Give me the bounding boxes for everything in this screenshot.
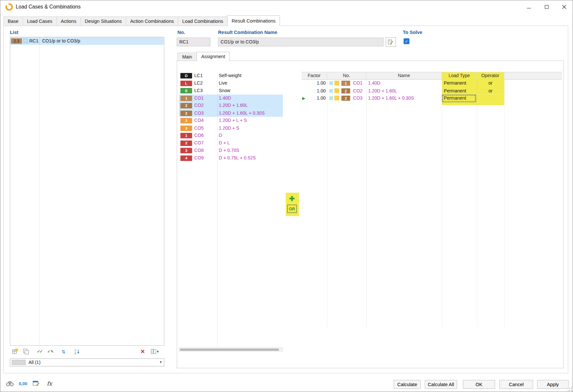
window-title: Load Cases & Combinations: [16, 4, 81, 9]
to-assign-row-lc3[interactable]: SLC3Snow: [179, 87, 283, 94]
close-button[interactable]: [555, 0, 573, 13]
to-assign-row-lc1[interactable]: DLC1Self-weight: [179, 72, 283, 79]
load-id: CO1: [194, 94, 204, 102]
column-header-factor[interactable]: Factor: [302, 72, 327, 79]
operator-cell[interactable]: [477, 94, 504, 102]
operator-cell[interactable]: or: [477, 87, 504, 94]
load-type-cell[interactable]: Permanent: [442, 94, 477, 102]
tab-load-cases[interactable]: Load Cases: [23, 16, 57, 26]
load-type-editor[interactable]: Permanent: [442, 94, 476, 102]
or-operator-button[interactable]: OR: [287, 205, 297, 213]
stage: Load Cases & Combinations BaseLoad Cases…: [0, 0, 573, 392]
to-assign-row-co7[interactable]: 2CO7D + L: [179, 139, 283, 147]
renumber-button[interactable]: [60, 348, 68, 356]
apply-button[interactable]: Apply: [537, 380, 568, 389]
load-type-cell[interactable]: Permanent: [442, 87, 477, 94]
svg-text:2: 2: [75, 349, 76, 352]
tab-design-situations[interactable]: Design Situations: [80, 16, 126, 26]
column-header-operator[interactable]: Operator: [477, 72, 504, 79]
check-icon: [47, 349, 51, 354]
resize-grip[interactable]: [567, 386, 573, 392]
check-all-icon-button[interactable]: [36, 348, 44, 356]
load-id: CO5: [194, 124, 204, 132]
load-name: D: [219, 132, 222, 139]
to-assign-row-co5[interactable]: 3CO51.20D + S: [179, 124, 283, 132]
load-id: CO7: [194, 139, 204, 147]
to-assign-row-co1[interactable]: 1CO11.40D: [179, 94, 283, 102]
tab-action-combinations[interactable]: Action Combinations: [126, 16, 178, 26]
to-assign-row-co8[interactable]: 3CO8D + 0.70S: [179, 147, 283, 154]
assigned-table-body[interactable]: 1.001CO11.40DPermanentor1.002CO21.20D + …: [302, 80, 562, 102]
check-edit-button[interactable]: [46, 348, 55, 356]
to-assign-list[interactable]: DLC1Self-weightLLC2LiveSLC3Snow1CO11.40D…: [179, 72, 283, 162]
to-assign-row-co3[interactable]: 2CO31.20D + 1.60L + 0.30S: [179, 109, 283, 117]
close-icon: [562, 5, 566, 9]
binoculars-icon: [6, 380, 14, 387]
column-header-name[interactable]: Name: [366, 72, 442, 79]
column-header-load-type[interactable]: Load Type: [442, 72, 477, 79]
result-combination-list[interactable]: 2.3 RC1 CO1/p or to CO3/p: [10, 37, 164, 346]
tab-load-combinations[interactable]: Load Combinations: [178, 16, 228, 26]
assigned-row-co2[interactable]: 1.002CO21.20D + 1.60LPermanentor: [302, 87, 562, 94]
config-table-button[interactable]: [31, 379, 41, 388]
calculate-all-button[interactable]: Calculate All: [425, 380, 457, 389]
subtab-assignment[interactable]: Assignment: [197, 52, 230, 61]
combination-id: CO2: [353, 87, 363, 94]
operator-cell[interactable]: or: [477, 80, 504, 87]
column-header-no[interactable]: No.: [327, 72, 366, 79]
to-assign-row-co2[interactable]: 2CO21.20D + 1.60L: [179, 102, 283, 109]
list-count-dropdown[interactable]: All (1): [10, 358, 164, 367]
load-id: LC3: [194, 87, 203, 94]
to-assign-row-co4[interactable]: 3CO41.20D + L + S: [179, 117, 283, 124]
rc-name: CO1/p or to CO3/p: [42, 37, 80, 45]
rc-number-field[interactable]: RC1: [177, 38, 210, 46]
yellow-swatch: [335, 88, 339, 93]
subtab-main[interactable]: Main: [178, 53, 197, 61]
to-assign-row-co9[interactable]: 4CO9D + 0.75L + 0.52S: [179, 154, 283, 162]
sort-button[interactable]: 26: [73, 348, 81, 356]
search-settings-button[interactable]: [5, 379, 15, 388]
calculate-button[interactable]: Calculate: [394, 380, 421, 389]
assigned-row-co1[interactable]: 1.001CO11.40DPermanentor: [302, 80, 562, 87]
ok-button[interactable]: OK: [463, 380, 495, 389]
rc-name-field[interactable]: CO1/p or to CO3/p: [218, 38, 384, 46]
load-name: 1.20D + 1.60L + 0.30S: [219, 109, 265, 117]
add-or-button[interactable]: [289, 196, 295, 202]
minimize-button[interactable]: [520, 0, 538, 13]
list-label: List: [10, 30, 18, 35]
new-item-button[interactable]: [11, 348, 19, 356]
delete-button[interactable]: [139, 348, 147, 356]
tab-base[interactable]: Base: [3, 16, 23, 26]
load-type-badge: 3: [181, 118, 192, 123]
svg-text:6: 6: [75, 352, 76, 354]
tab-result-combinations[interactable]: Result Combinations: [227, 15, 280, 26]
column-divider: [39, 37, 40, 345]
table-columns-button[interactable]: [148, 348, 162, 356]
cancel-button[interactable]: Cancel: [499, 380, 533, 389]
copy-item-button[interactable]: [22, 348, 30, 356]
combination-id: CO3: [353, 94, 363, 102]
maximize-button[interactable]: [538, 0, 556, 13]
tab-actions[interactable]: Actions: [56, 16, 81, 26]
list-item-rc1[interactable]: 2.3 RC1 CO1/p or to CO3/p: [10, 37, 164, 45]
rc-name-label: Result Combination Name: [218, 30, 277, 35]
edit-name-button[interactable]: [386, 37, 396, 47]
display-units-button[interactable]: 0,00: [17, 379, 29, 388]
load-type-cell[interactable]: Permanent: [442, 80, 477, 87]
functions-button[interactable]: fx: [44, 379, 54, 388]
horizontal-scrollbar[interactable]: [179, 348, 283, 351]
to-assign-row-lc2[interactable]: LLC2Live: [179, 79, 283, 87]
to-solve-checkbox[interactable]: [404, 38, 409, 44]
load-id: CO6: [194, 132, 204, 139]
assigned-row-co3[interactable]: 1.002CO31.20D + 1.60L + 0.30SPermanent: [302, 94, 562, 102]
highlight-filler: [442, 102, 504, 105]
load-type-badge: S: [181, 88, 192, 93]
load-id: CO9: [194, 154, 204, 162]
to-assign-row-co6[interactable]: 1CO6D: [179, 132, 283, 139]
assigned-table-header: Factor No. Name Load Type Operator: [302, 72, 562, 79]
load-type-badge: 3: [181, 148, 192, 154]
scrollbar-thumb[interactable]: [180, 349, 279, 351]
load-type-badge: 2: [181, 140, 192, 146]
combination-name: 1.20D + 1.60L: [368, 87, 397, 94]
rc-id: RC1: [29, 37, 39, 45]
